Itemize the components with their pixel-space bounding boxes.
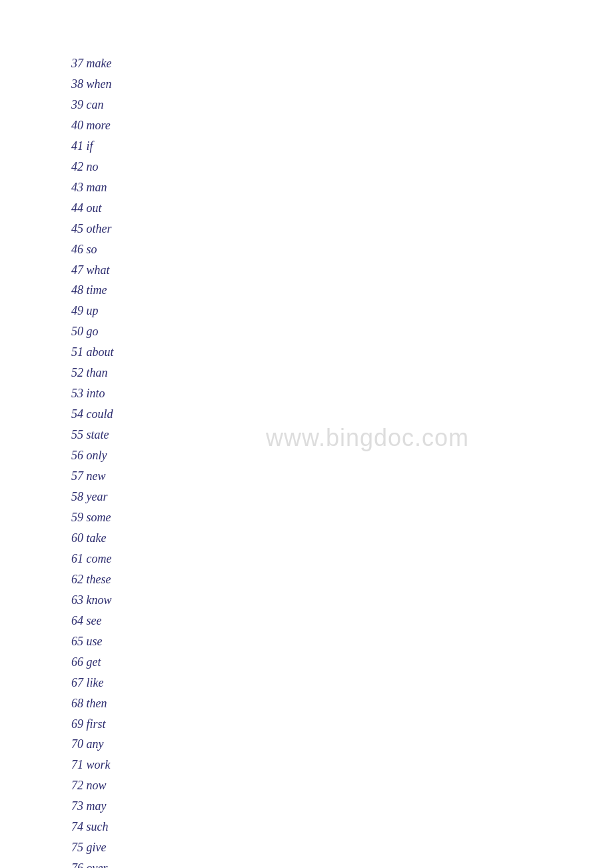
list-item: 47 what	[71, 260, 613, 281]
list-item: 74 such	[71, 817, 613, 837]
list-item: 43 man	[71, 177, 613, 198]
list-item: 71 work	[71, 755, 613, 775]
list-item: 76 over	[71, 858, 613, 868]
list-item: 59 some	[71, 507, 613, 528]
list-item: 41 if	[71, 136, 613, 157]
list-item: 40 more	[71, 115, 613, 136]
list-item: 72 now	[71, 775, 613, 796]
list-item: 44 out	[71, 198, 613, 219]
word-list: 37 make38 when39 can40 more41 if42 no43 …	[0, 0, 613, 868]
list-item: 75 give	[71, 837, 613, 858]
list-item: 73 may	[71, 796, 613, 817]
list-item: 60 take	[71, 528, 613, 549]
list-item: 66 get	[71, 652, 613, 673]
list-item: 38 when	[71, 74, 613, 95]
list-item: 58 year	[71, 487, 613, 507]
list-item: 48 time	[71, 280, 613, 301]
list-item: 37 make	[71, 53, 613, 74]
list-item: 46 so	[71, 239, 613, 260]
list-item: 63 know	[71, 590, 613, 611]
list-item: 53 into	[71, 383, 613, 404]
list-item: 70 any	[71, 734, 613, 755]
list-item: 52 than	[71, 363, 613, 383]
list-item: 69 first	[71, 714, 613, 735]
list-item: 56 only	[71, 445, 613, 466]
list-item: 45 other	[71, 219, 613, 239]
list-item: 51 about	[71, 342, 613, 363]
list-item: 50 go	[71, 321, 613, 342]
list-item: 67 like	[71, 673, 613, 693]
list-item: 54 could	[71, 404, 613, 425]
list-item: 61 come	[71, 549, 613, 569]
list-item: 62 these	[71, 569, 613, 590]
list-item: 39 can	[71, 95, 613, 115]
list-item: 49 up	[71, 301, 613, 321]
list-item: 64 see	[71, 611, 613, 631]
list-item: 68 then	[71, 693, 613, 714]
list-item: 55 state	[71, 425, 613, 445]
list-item: 57 new	[71, 466, 613, 487]
list-item: 65 use	[71, 631, 613, 652]
list-item: 42 no	[71, 157, 613, 177]
